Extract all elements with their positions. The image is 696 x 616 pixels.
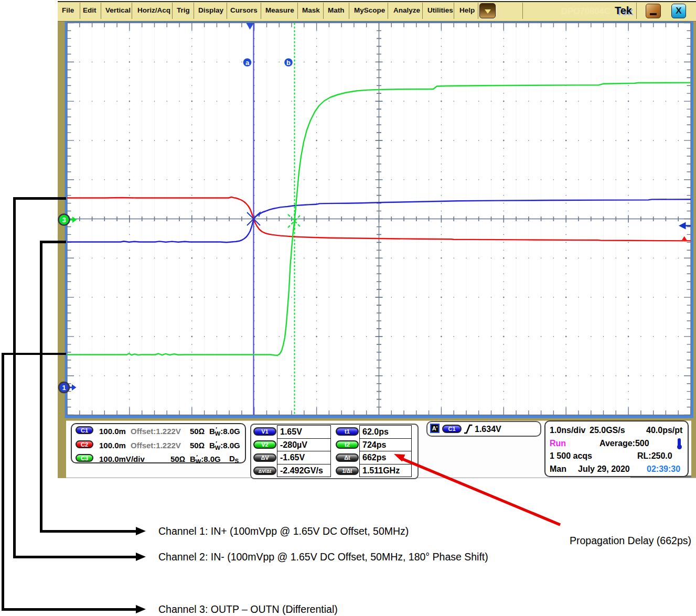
svg-text:b: b — [286, 59, 291, 67]
svg-text:a: a — [245, 59, 250, 67]
svg-text:3: 3 — [62, 216, 66, 224]
svg-text:1: 1 — [62, 384, 66, 392]
